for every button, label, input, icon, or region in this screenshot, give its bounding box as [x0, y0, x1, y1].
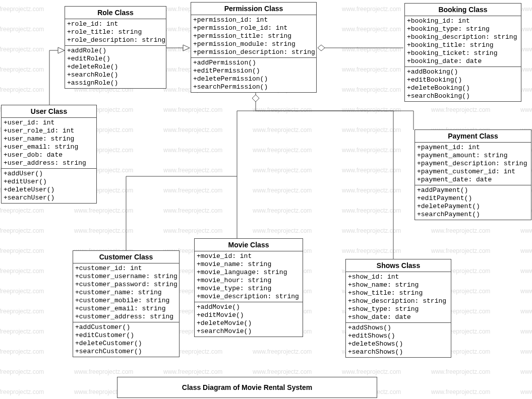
uml-row: +permission_id: int	[193, 16, 314, 24]
uml-row: +booking_type: string	[407, 25, 519, 33]
uml-row: +addUser()	[4, 170, 94, 178]
uml-row: +deleteRole()	[67, 63, 164, 71]
class-permission: Permission Class +permission_id: int+per…	[191, 2, 317, 93]
methods: +addMovie()+editMovie()+deleteMovie()+se…	[195, 302, 303, 337]
uml-row: +user_role_id: int	[4, 127, 94, 135]
uml-row: +deleteUser()	[4, 186, 94, 194]
attributes: +role_id: int+role_title: string+role_de…	[65, 19, 166, 46]
uml-row: +movie_language: string	[197, 269, 301, 277]
uml-row: +movie_hour: string	[197, 277, 301, 285]
methods: +addBooking()+editBooking()+deleteBookin…	[405, 67, 521, 101]
uml-row: +editBooking()	[407, 76, 519, 84]
class-title: Movie Class	[195, 239, 303, 251]
methods: +addPayment()+editPayment()+deletePaymen…	[415, 185, 531, 220]
uml-row: +deletePayment()	[417, 203, 529, 211]
uml-row: +payment_description: string	[417, 160, 529, 168]
uml-row: +searchCustomer()	[75, 348, 177, 356]
uml-row: +addBooking()	[407, 68, 519, 76]
uml-row: +permission_role_id: int	[193, 24, 314, 32]
class-user: User Class +user_id: int+user_role_id: i…	[1, 105, 97, 204]
svg-marker-6	[318, 45, 325, 51]
class-booking: Booking Class +booking_id: int+booking_t…	[404, 3, 521, 102]
uml-row: +editMovie()	[197, 311, 301, 319]
class-role: Role Class +role_id: int+role_title: str…	[65, 6, 166, 89]
class-title: Permission Class	[191, 3, 316, 15]
uml-row: +show_name: string	[348, 281, 449, 289]
methods: +addCustomer()+editCustomer()+deleteCust…	[73, 322, 179, 357]
uml-row: +searchBooking()	[407, 92, 519, 100]
attributes: +show_id: int+show_name: string+show_tit…	[346, 272, 451, 323]
uml-row: +movie_name: string	[197, 260, 301, 269]
uml-row: +payment_date: date	[417, 176, 529, 184]
uml-row: +movie_description: string	[197, 293, 301, 301]
uml-row: +show_id: int	[348, 273, 449, 281]
class-title: Customer Class	[73, 251, 179, 263]
uml-row: +deleteShows()	[348, 340, 449, 348]
uml-row: +user_email: string	[4, 143, 94, 151]
uml-row: +addCustomer()	[75, 323, 177, 331]
uml-row: +searchPayment()	[417, 211, 529, 219]
svg-marker-2	[58, 47, 65, 53]
uml-row: +movie_type: string	[197, 285, 301, 293]
uml-row: +payment_amount: string	[417, 152, 529, 160]
uml-row: +show_type: string	[348, 305, 449, 313]
uml-row: +customer_mobile: string	[75, 297, 177, 305]
methods: +addRole()+editRole()+deleteRole()+searc…	[65, 46, 166, 88]
uml-row: +role_id: int	[67, 20, 164, 28]
uml-row: +permission_module: string	[193, 40, 314, 48]
uml-row: +user_address: string	[4, 159, 94, 167]
class-title: Booking Class	[405, 4, 521, 16]
uml-row: +booking_ticket: string	[407, 49, 519, 57]
attributes: +permission_id: int+permission_role_id: …	[191, 15, 316, 58]
attributes: +payment_id: int+payment_amount: string+…	[415, 143, 531, 185]
class-customer: Customer Class +customer_id: int+custome…	[73, 250, 180, 357]
uml-row: +searchMovie()	[197, 327, 301, 336]
attributes: +booking_id: int+booking_type: string+bo…	[405, 16, 521, 67]
uml-row: +permission_title: string	[193, 32, 314, 40]
attributes: +movie_id: int+movie_name: string+movie_…	[195, 251, 303, 302]
svg-marker-4	[183, 45, 190, 51]
class-title: Payment Class	[415, 130, 531, 143]
attributes: +user_id: int+user_role_id: int+user_nam…	[2, 118, 96, 169]
uml-row: +booking_date: date	[407, 57, 519, 65]
uml-row: +booking_id: int	[407, 17, 519, 25]
uml-row: +permission_description: string	[193, 48, 314, 56]
uml-row: +customer_id: int	[75, 264, 177, 273]
uml-row: +show_date: date	[348, 313, 449, 321]
uml-row: +user_id: int	[4, 119, 94, 127]
uml-row: +addMovie()	[197, 303, 301, 311]
class-movie: Movie Class +movie_id: int+movie_name: s…	[194, 238, 303, 337]
uml-row: +addShows()	[348, 324, 449, 332]
uml-row: +user_dob: date	[4, 151, 94, 159]
uml-row: +customer_address: string	[75, 313, 177, 321]
svg-marker-7	[252, 95, 259, 102]
class-title: Shows Class	[346, 259, 451, 272]
methods: +addUser()+editUser()+deleteUser()+searc…	[2, 169, 96, 203]
attributes: +customer_id: int+customer_username: str…	[73, 263, 179, 322]
uml-row: +assignRole()	[67, 79, 164, 87]
uml-row: +customer_name: string	[75, 289, 177, 297]
uml-row: +role_description: string	[67, 36, 164, 44]
methods: +addPermission()+editPermission()+delete…	[191, 58, 316, 92]
uml-row: +customer_email: string	[75, 305, 177, 313]
uml-row: +user_name: string	[4, 135, 94, 143]
uml-row: +editShows()	[348, 332, 449, 340]
uml-row: +deletePermission()	[193, 75, 314, 83]
uml-row: +editPermission()	[193, 67, 314, 75]
uml-row: +searchShows()	[348, 348, 449, 356]
uml-row: +searchRole()	[67, 71, 164, 79]
class-shows: Shows Class +show_id: int+show_name: str…	[345, 259, 451, 358]
uml-row: +payment_id: int	[417, 144, 529, 152]
uml-row: +editRole()	[67, 55, 164, 63]
uml-row: +booking_title: string	[407, 41, 519, 49]
uml-row: +addPermission()	[193, 59, 314, 67]
uml-row: +editCustomer()	[75, 331, 177, 340]
class-title: Role Class	[65, 7, 166, 19]
uml-row: +customer_username: string	[75, 273, 177, 281]
uml-row: +customer_password: string	[75, 281, 177, 289]
uml-row: +payment_customer_id: int	[417, 168, 529, 176]
uml-row: +deleteMovie()	[197, 319, 301, 327]
uml-row: +show_title: string	[348, 289, 449, 297]
class-title: User Class	[2, 105, 96, 118]
diagram-title: Class Diagram of Movie Rental System	[117, 377, 377, 398]
